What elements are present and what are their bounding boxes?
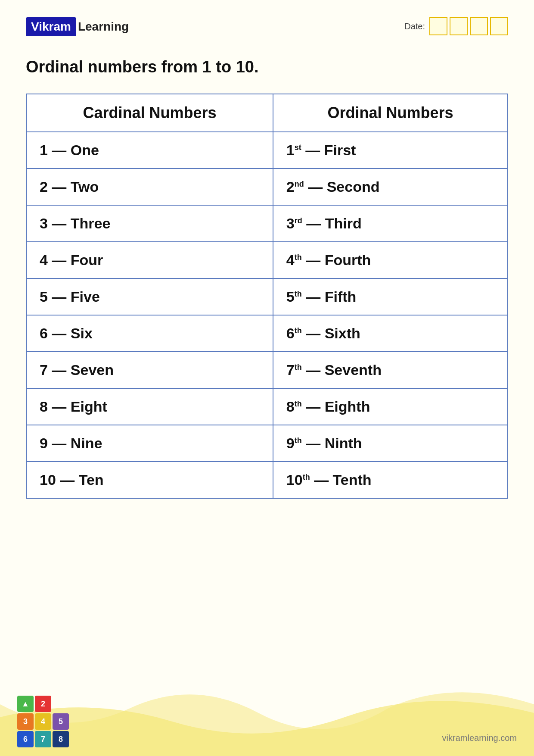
table-row: 9 — Nine9th — Ninth [26, 425, 508, 462]
footer-numbers-grid: ▲2345678 [17, 696, 69, 747]
cardinal-cell: 9 — Nine [26, 425, 273, 462]
table-row: 3 — Three3rd — Third [26, 205, 508, 242]
logo-vikram: Vikram [26, 17, 76, 36]
table-row: 4 — Four4th — Fourth [26, 242, 508, 278]
table-row: 6 — Six6th — Sixth [26, 315, 508, 352]
footer-number-cell: 5 [53, 713, 69, 730]
logo-learning: Learning [78, 20, 129, 34]
page-title: Ordinal numbers from 1 to 10. [26, 58, 508, 76]
date-box-4[interactable] [490, 17, 508, 35]
footer-number-cell: 6 [17, 731, 34, 747]
ordinal-cell: 7th — Seventh [273, 352, 508, 388]
footer-number-cell: 4 [35, 713, 51, 730]
footer-logo: ▲2345678 [17, 696, 69, 747]
cardinal-cell: 1 — One [26, 132, 273, 169]
ordinal-cell: 9th — Ninth [273, 425, 508, 462]
ordinal-cell: 1st — First [273, 132, 508, 169]
col2-header: Ordinal Numbers [273, 94, 508, 132]
cardinal-cell: 8 — Eight [26, 388, 273, 425]
ordinal-cell: 8th — Eighth [273, 388, 508, 425]
cardinal-cell: 7 — Seven [26, 352, 273, 388]
table-row: 10 — Ten10th — Tenth [26, 462, 508, 498]
table-row: 1 — One1st — First [26, 132, 508, 169]
table-row: 7 — Seven7th — Seventh [26, 352, 508, 388]
table-row: 2 — Two2nd — Second [26, 169, 508, 205]
page: Vikram Learning Date: Ordinal numbers fr… [0, 0, 534, 756]
date-box-2[interactable] [450, 17, 468, 35]
date-area: Date: [404, 17, 508, 35]
footer-number-cell: ▲ [17, 696, 34, 712]
col1-header: Cardinal Numbers [26, 94, 273, 132]
cardinal-cell: 3 — Three [26, 205, 273, 242]
ordinal-cell: 10th — Tenth [273, 462, 508, 498]
footer-number-cell: 3 [17, 713, 34, 730]
footer-wave [0, 670, 534, 756]
date-label: Date: [404, 22, 425, 31]
cardinal-cell: 5 — Five [26, 278, 273, 315]
cardinal-cell: 2 — Two [26, 169, 273, 205]
date-box-3[interactable] [470, 17, 488, 35]
ordinal-cell: 6th — Sixth [273, 315, 508, 352]
footer-website: vikramlearning.com [442, 733, 517, 743]
footer-number-cell [53, 696, 69, 712]
logo: Vikram Learning [26, 17, 129, 36]
footer-number-cell: 2 [35, 696, 51, 712]
footer-area: ▲2345678 vikramlearning.com [0, 670, 534, 756]
footer-number-cell: 8 [53, 731, 69, 747]
footer-number-cell: 7 [35, 731, 51, 747]
table-row: 8 — Eight8th — Eighth [26, 388, 508, 425]
ordinal-cell: 2nd — Second [273, 169, 508, 205]
cardinal-cell: 4 — Four [26, 242, 273, 278]
cardinal-cell: 6 — Six [26, 315, 273, 352]
table-header-row: Cardinal Numbers Ordinal Numbers [26, 94, 508, 132]
date-box-1[interactable] [429, 17, 447, 35]
ordinal-cell: 4th — Fourth [273, 242, 508, 278]
numbers-table: Cardinal Numbers Ordinal Numbers 1 — One… [26, 94, 508, 499]
table-row: 5 — Five5th — Fifth [26, 278, 508, 315]
ordinal-cell: 3rd — Third [273, 205, 508, 242]
date-boxes [429, 17, 508, 35]
header: Vikram Learning Date: [26, 17, 508, 36]
ordinal-cell: 5th — Fifth [273, 278, 508, 315]
cardinal-cell: 10 — Ten [26, 462, 273, 498]
